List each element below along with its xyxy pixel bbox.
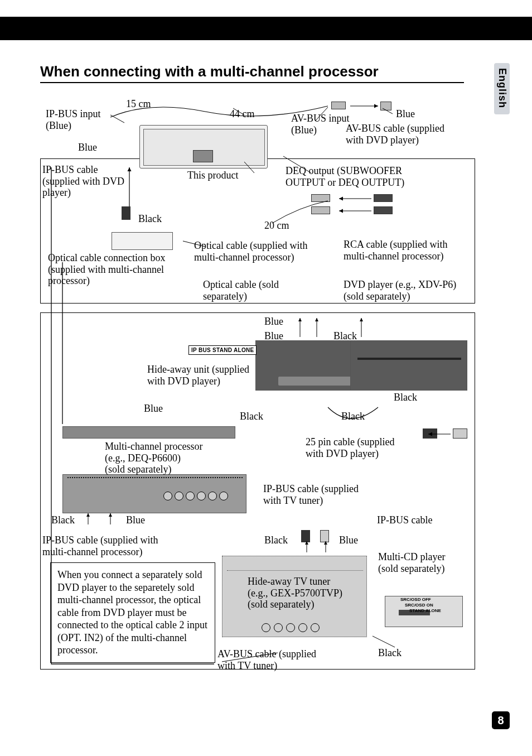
switch-src-osd-on: SRC/OSD ON [405,603,433,608]
head-unit [139,125,268,168]
label-optical-sold: Optical cable (sold separately) [203,279,315,302]
note-box: When you connect a separately sold DVD p… [50,562,215,663]
label-hideaway-tv: Hide-away TV tuner (e.g., GEX-P5700TVP) … [248,576,365,610]
label-deq-output: DEQ output (SUBWOOFER OUTPUT or DEQ OUTP… [286,165,442,188]
label-15cm: 15 cm [126,98,151,110]
label-black-mid2: Black [240,411,263,422]
label-blue-bl: Blue [126,514,145,526]
ipbus-conn-right-bot2 [453,428,467,439]
label-black-mid3: Black [341,411,365,422]
title-underline [40,82,464,83]
label-optical-supplied: Optical cable (supplied with multi-chann… [194,240,328,263]
rca-right [374,194,393,202]
label-blue-mid1: Blue [264,316,283,328]
rca-left2 [311,206,330,214]
label-blue-bottom-left: Blue [144,403,163,415]
label-ipbus-mcp: IP-BUS cable (supplied with multi-channe… [42,535,176,557]
label-multi-proc: Multi-channel processor (e.g., DEQ-P6600… [105,441,228,475]
label-blue-mid2: Blue [264,330,283,342]
language-tab: English [496,68,508,108]
label-multi-cd: Multi-CD player (sold separately) [378,551,467,574]
connector-avbus-top [331,102,346,109]
multi-channel-processor [62,474,246,513]
label-ipbus-input: IP-BUS input (Blue) [46,108,118,131]
section-title: When connecting with a multi-channel pro… [40,63,379,80]
ipbus-conn-blue-bot [320,530,329,542]
label-ipbus-cable-dvd: IP-BUS cable (supplied with DVD player) [42,164,137,199]
page-number: 8 [492,711,510,729]
label-black-bot: Black [264,535,288,546]
label-25pin: 25 pin cable (supplied with DVD player) [306,436,423,459]
ipbus-standalone-switch-label: IP BUS STAND ALONE [188,345,257,355]
label-hideaway-dvd: Hide-away unit (supplied with DVD player… [147,364,264,387]
label-black-upper: Black [138,213,162,225]
label-blue-top-left: Blue [78,142,97,153]
connector-avbus-right [380,102,391,110]
rca-left [311,194,330,202]
plug-black-optical [122,206,130,220]
label-ipbus-tv: IP-BUS cable (supplied with TV tuner) [263,483,380,506]
label-avbus-cable-dvd: AV-BUS cable (supplied with DVD player) [346,123,468,146]
label-avbus-tv: AV-BUS cable (supplied with TV tuner) [217,648,340,671]
label-black-right: Black [394,392,417,403]
label-rca-cable: RCA cable (supplied with multi-channel p… [344,239,472,262]
switch-src-osd-off: SRC/OSD OFF [400,597,431,603]
label-blue-bot: Blue [339,535,358,546]
wiring-diagram: IP BUS STAND ALONE SRC/OSD OFF SRC/OSD O [38,95,478,681]
label-44cm: 44 cm [230,108,255,120]
ipbus-conn-black-bot [301,530,310,542]
label-this-product: This product [187,170,239,181]
ipbus-conn-right-bot1 [423,428,437,439]
optical-connection-box [112,232,173,250]
label-black-mid1: Black [333,330,357,342]
dvd-player [350,340,467,391]
switch-stand-alone: STAND ALONE [409,608,441,614]
label-20cm: 20 cm [264,220,289,232]
label-blue-top-right: Blue [396,108,415,120]
label-black-bl: Black [51,514,75,526]
label-optical-box: Optical cable connection box (supplied w… [48,252,187,287]
rca-right2 [374,206,393,214]
multi-channel-processor-top [62,426,235,439]
label-black-very-bot: Black [378,647,402,659]
label-dvd-player: DVD player (e.g., XDV-P6) (sold separate… [344,279,472,302]
label-ipbus-plain: IP-BUS cable [377,514,432,526]
top-black-bar [0,17,532,40]
